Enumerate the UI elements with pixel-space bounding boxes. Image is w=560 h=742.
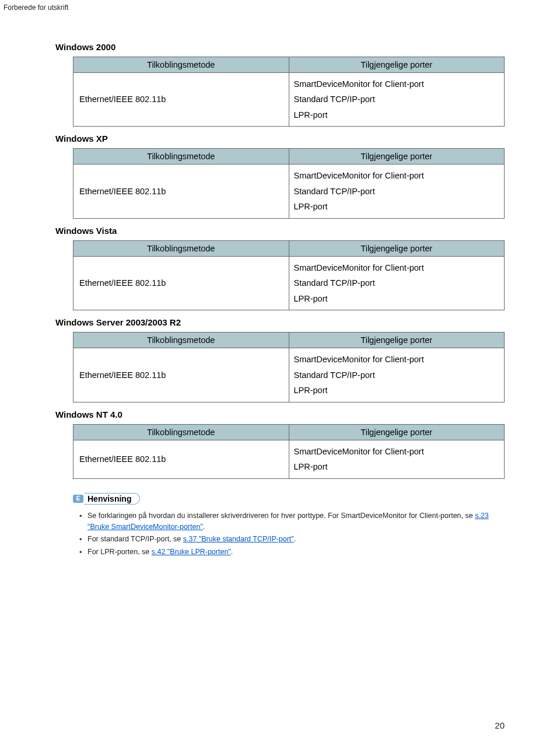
section-title-winxp: Windows XP	[55, 134, 505, 144]
table-row: Ethernet/IEEE 802.11b SmartDeviceMonitor…	[74, 73, 505, 127]
col-ports: Tilgjengelige porter	[289, 424, 505, 440]
port-item: LPR-port	[294, 383, 500, 398]
section-title-win2000: Windows 2000	[55, 42, 505, 52]
section-title-winvista: Windows Vista	[55, 226, 505, 236]
page-number: 20	[495, 720, 505, 730]
section-title-winserver: Windows Server 2003/2003 R2	[55, 317, 505, 327]
col-method: Tilkoblingsmetode	[74, 149, 289, 164]
port-item: Standard TCP/IP-port	[294, 368, 500, 383]
cell-ports: SmartDeviceMonitor for Client-port Stand…	[289, 256, 505, 310]
col-ports: Tilgjengelige porter	[289, 332, 505, 348]
table-header-row: Tilkoblingsmetode Tilgjengelige porter	[74, 332, 505, 348]
table-row: Ethernet/IEEE 802.11b SmartDeviceMonitor…	[74, 440, 505, 478]
cell-method: Ethernet/IEEE 802.11b	[74, 440, 289, 478]
table-row: Ethernet/IEEE 802.11b SmartDeviceMonitor…	[74, 256, 505, 310]
col-method: Tilkoblingsmetode	[74, 240, 289, 256]
list-item: For standard TCP/IP-port, se s.37 "Bruke…	[88, 534, 505, 545]
port-item: LPR-port	[294, 291, 500, 306]
table-winnt: Tilkoblingsmetode Tilgjengelige porter E…	[73, 424, 505, 479]
cell-method: Ethernet/IEEE 802.11b	[74, 164, 289, 218]
port-item: Standard TCP/IP-port	[294, 92, 500, 107]
table-win2000: Tilkoblingsmetode Tilgjengelige porter E…	[73, 57, 505, 127]
ref-text: For standard TCP/IP-port, se	[88, 535, 183, 543]
table-winserver: Tilkoblingsmetode Tilgjengelige porter E…	[73, 332, 505, 402]
page-content: Windows 2000 Tilkoblingsmetode Tilgjenge…	[0, 0, 560, 558]
reference-header: E Henvisning	[73, 493, 140, 505]
port-item: LPR-port	[294, 107, 500, 123]
cell-ports: SmartDeviceMonitor for Client-port Stand…	[289, 73, 505, 127]
col-ports: Tilgjengelige porter	[289, 57, 505, 73]
reference-label: Henvisning	[84, 493, 140, 505]
section-title-winnt: Windows NT 4.0	[55, 410, 505, 419]
port-item: SmartDeviceMonitor for Client-port	[294, 444, 500, 459]
table-winvista: Tilkoblingsmetode Tilgjengelige porter E…	[73, 240, 505, 310]
reference-list: Se forklaringen på hvordan du installere…	[55, 510, 505, 558]
cell-ports: SmartDeviceMonitor for Client-port Stand…	[289, 348, 505, 402]
port-item: SmartDeviceMonitor for Client-port	[294, 352, 500, 367]
ref-text: .	[294, 535, 296, 543]
table-winxp: Tilkoblingsmetode Tilgjengelige porter E…	[73, 148, 505, 218]
table-header-row: Tilkoblingsmetode Tilgjengelige porter	[74, 149, 505, 164]
list-item: Se forklaringen på hvordan du installere…	[88, 510, 505, 533]
port-item: Standard TCP/IP-port	[294, 184, 500, 199]
ref-text: Se forklaringen på hvordan du installere…	[88, 512, 475, 520]
port-item: LPR-port	[294, 459, 500, 474]
ref-text: .	[231, 548, 233, 556]
page-header-label: Forberede for utskrift	[4, 4, 68, 12]
cell-ports: SmartDeviceMonitor for Client-port LPR-p…	[289, 440, 505, 478]
col-method: Tilkoblingsmetode	[74, 332, 289, 348]
table-header-row: Tilkoblingsmetode Tilgjengelige porter	[74, 424, 505, 440]
reference-icon: E	[73, 495, 83, 503]
cell-method: Ethernet/IEEE 802.11b	[74, 348, 289, 402]
ref-link-tcpip[interactable]: s.37 "Bruke standard TCP/IP-port"	[183, 535, 294, 543]
port-item: SmartDeviceMonitor for Client-port	[294, 260, 500, 275]
cell-ports: SmartDeviceMonitor for Client-port Stand…	[289, 164, 505, 218]
port-item: Standard TCP/IP-port	[294, 275, 500, 290]
ref-text: .	[203, 523, 205, 531]
list-item: For LPR-porten, se s.42 "Bruke LPR-porte…	[88, 547, 505, 558]
table-header-row: Tilkoblingsmetode Tilgjengelige porter	[74, 240, 505, 256]
table-row: Ethernet/IEEE 802.11b SmartDeviceMonitor…	[74, 348, 505, 402]
ref-link-lpr[interactable]: s.42 "Bruke LPR-porten"	[152, 548, 231, 556]
table-header-row: Tilkoblingsmetode Tilgjengelige porter	[74, 57, 505, 73]
port-item: LPR-port	[294, 199, 500, 214]
col-method: Tilkoblingsmetode	[74, 424, 289, 440]
col-method: Tilkoblingsmetode	[74, 57, 289, 73]
col-ports: Tilgjengelige porter	[289, 149, 505, 164]
ref-text: For LPR-porten, se	[88, 548, 152, 556]
col-ports: Tilgjengelige porter	[289, 240, 505, 256]
port-item: SmartDeviceMonitor for Client-port	[294, 168, 500, 183]
cell-method: Ethernet/IEEE 802.11b	[74, 256, 289, 310]
table-row: Ethernet/IEEE 802.11b SmartDeviceMonitor…	[74, 164, 505, 218]
port-item: SmartDeviceMonitor for Client-port	[294, 76, 500, 92]
cell-method: Ethernet/IEEE 802.11b	[74, 73, 289, 127]
